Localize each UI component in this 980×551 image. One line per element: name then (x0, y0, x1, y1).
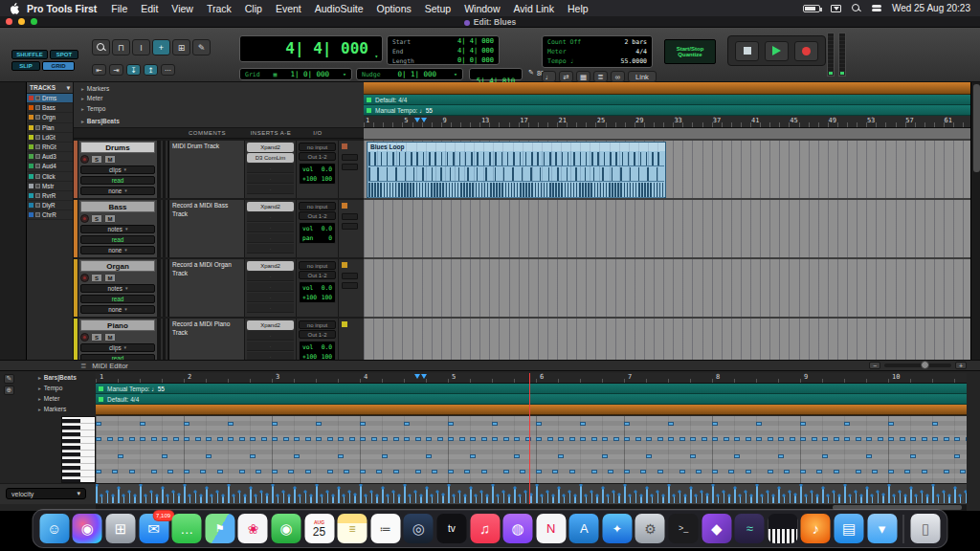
group-assign[interactable] (342, 213, 358, 220)
track-view-selector[interactable]: notes▾ (80, 225, 155, 234)
track-color-swatch[interactable] (342, 321, 347, 327)
dock-mail[interactable]: ✉7,109 (139, 514, 168, 543)
insert-slot-b[interactable] (247, 331, 294, 341)
tracks-panel-chevron-icon[interactable]: ▾ (67, 84, 70, 92)
track-name-drums[interactable]: Drums (80, 142, 155, 153)
output-selector[interactable]: Out 1-2 (299, 330, 336, 339)
tracks-list-item-rhgt[interactable]: RhGt (27, 143, 73, 152)
voice-selector[interactable]: none▾ (80, 246, 155, 255)
tracks-list-item-bass[interactable]: Bass (27, 103, 73, 113)
app-menu-title[interactable]: Pro Tools First (19, 3, 104, 14)
tracks-list-item-orgn[interactable]: Orgn (27, 113, 73, 122)
nudge-value-box[interactable]: Nudge 0| 1| 000 ▾ (356, 68, 463, 80)
menu-clip[interactable]: Clip (238, 3, 269, 14)
insert-slot-d[interactable] (247, 352, 294, 360)
output-selector[interactable]: Out 1-2 (299, 152, 336, 161)
midi-merge-icon[interactable]: ▦ (576, 71, 590, 82)
edit-selection-markers[interactable] (414, 118, 427, 122)
playhead[interactable] (529, 373, 530, 504)
bars-beats-ruler[interactable]: 15913172125293337414549535761 (364, 116, 970, 128)
selection-start-value[interactable]: 4| 4| 000 (457, 37, 494, 45)
midi-editor-header[interactable]: ≣ MIDI Editor − + (0, 360, 980, 371)
vertical-scrollbar[interactable] (970, 82, 980, 360)
smart-tool-button[interactable]: ⊞ (172, 39, 190, 55)
insert-slot-c[interactable] (247, 223, 294, 232)
menu-file[interactable]: File (104, 3, 134, 14)
pencil-tool-button[interactable]: ✎ (192, 39, 211, 55)
midi-meter-ruler[interactable]: Default: 4/4 (96, 394, 967, 405)
dock-files[interactable]: ▤ (835, 514, 864, 543)
tracks-list-item-ldgt[interactable]: LdGt (27, 133, 73, 143)
dock-trash[interactable]: ▯ (911, 514, 941, 543)
dock-messages[interactable]: … (172, 514, 202, 543)
volume-pan-display[interactable]: vol0.0 +100100 (299, 163, 336, 185)
playlist-selector[interactable] (342, 164, 358, 170)
dock-music[interactable]: ♫ (470, 514, 500, 543)
track-view-selector[interactable]: clips▾ (80, 165, 155, 175)
track-comment[interactable]: Record a MIDI Bass Track (169, 200, 245, 257)
insert-slot-a[interactable]: Xpand2 (247, 143, 294, 152)
input-selector[interactable]: no input (299, 261, 336, 270)
control-center-icon[interactable] (872, 5, 881, 12)
solo-button[interactable]: S (91, 333, 102, 342)
tracks-list-item-pian[interactable]: Pian (27, 123, 73, 133)
menu-window[interactable]: Window (457, 3, 506, 14)
dock-launchpad[interactable]: ⊞ (105, 514, 135, 543)
zoom-slider-knob[interactable] (921, 361, 929, 369)
dock-facetime[interactable]: ◉ (271, 514, 301, 543)
grid-mode-button[interactable]: GRID (42, 61, 75, 71)
insert-slot-e[interactable] (247, 303, 294, 313)
menu-audiosuite[interactable]: AudioSuite (308, 3, 370, 14)
dock-pro-tools[interactable]: ≈ (735, 514, 765, 543)
shuffle-mode-button[interactable]: SHUFFLE (11, 50, 48, 59)
menu-view[interactable]: View (165, 3, 200, 14)
insert-slot-d[interactable] (247, 293, 294, 302)
link-timeline-button[interactable]: Link (628, 71, 657, 82)
pencil-velocity-icon[interactable]: ✎ (528, 69, 534, 77)
mute-button[interactable]: M (104, 214, 116, 223)
track-name-piano[interactable]: Piano (80, 320, 155, 331)
dock-calendar[interactable]: AUG25 (304, 514, 334, 543)
tempo-ruler[interactable]: Manual Tempo: ♩55 (364, 105, 970, 116)
counter-chevron-icon[interactable]: ▾ (374, 53, 378, 59)
track-view-selector[interactable]: notes▾ (80, 284, 155, 294)
insert-slot-e[interactable] (247, 244, 294, 253)
midi-ruler-label-bars[interactable]: ▸Bars|Beats (38, 374, 77, 381)
track-color-swatch[interactable] (342, 262, 347, 268)
main-counter[interactable]: 4| 4| 000 ▾ (239, 35, 383, 62)
tab-back-button[interactable]: ⇤ (92, 64, 106, 76)
output-selector[interactable]: Out 1-2 (299, 271, 336, 279)
playlist-selector[interactable] (342, 282, 358, 289)
track-name-bass[interactable]: Bass (80, 201, 155, 212)
dock-photos[interactable]: ❀ (238, 514, 268, 543)
organ-track-lane[interactable] (364, 257, 970, 317)
mute-button[interactable]: M (104, 274, 116, 282)
record-enable-button[interactable] (80, 155, 89, 164)
insert-slot-b[interactable] (247, 212, 294, 222)
zoom-slider[interactable] (884, 364, 951, 367)
dock-notes[interactable]: ≡ (338, 514, 368, 543)
spotlight-search-icon[interactable] (852, 4, 861, 13)
volume-pan-display[interactable]: vol0.0 pan0 (299, 222, 336, 244)
insert-slot-c[interactable] (247, 342, 294, 351)
insert-slot-d[interactable] (247, 233, 294, 243)
piano-track-lane[interactable] (364, 317, 970, 360)
midi-bars-ruler[interactable]: 12345678910 (96, 373, 967, 384)
menu-help[interactable]: Help (561, 3, 595, 14)
tracks-list-item-dlyr[interactable]: DlyR (27, 201, 73, 210)
velocity-lane-selector[interactable]: velocity▾ (6, 488, 86, 499)
tracks-list-item-aud3[interactable]: Aud3 (27, 152, 73, 162)
bass-track-lane[interactable] (364, 198, 970, 257)
dock-app-store[interactable]: A (569, 514, 599, 543)
vertical-scroll-thumb[interactable] (973, 84, 980, 172)
dock-finder[interactable]: ☺ (39, 514, 69, 543)
dock-system-preferences[interactable]: ⚙ (635, 514, 665, 543)
midi-selection-markers[interactable] (414, 374, 427, 379)
insert-slot-b[interactable] (247, 272, 294, 281)
group-assign[interactable] (342, 273, 358, 279)
selector-tool-button[interactable]: I (132, 39, 150, 55)
play-button[interactable] (765, 41, 789, 61)
spot-mode-button[interactable]: SPOT (50, 50, 78, 59)
output-selector[interactable]: Out 1-2 (299, 211, 336, 220)
midi-editor-menu-icon[interactable]: ≣ (80, 362, 86, 370)
